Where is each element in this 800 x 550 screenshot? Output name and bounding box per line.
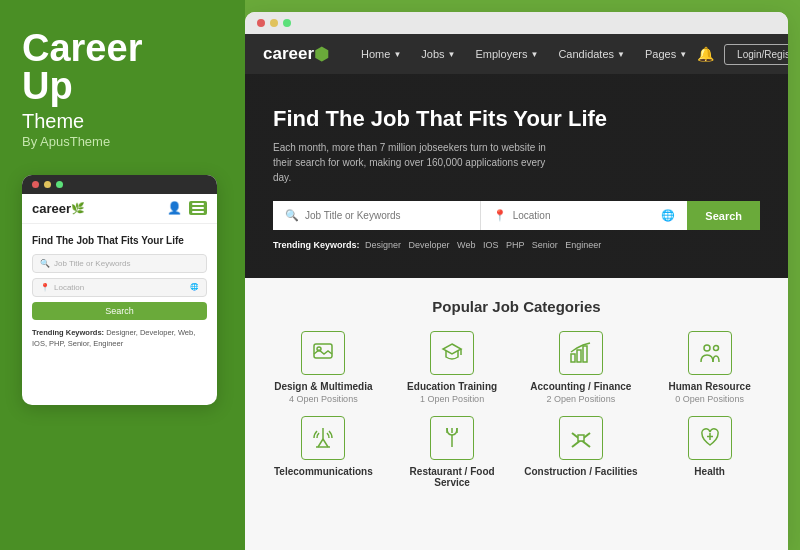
nav-pages[interactable]: Pages ▼: [635, 34, 697, 74]
left-by: By ApusTheme: [22, 134, 223, 149]
site-nav-links: Home ▼ Jobs ▼ Employers ▼ Candidates ▼ P…: [351, 34, 697, 74]
design-name: Design & Multimedia: [274, 381, 372, 392]
mockup-content: Find The Job That Fits Your Life 🔍 Job T…: [22, 224, 217, 358]
left-logo-theme: Theme: [22, 108, 223, 134]
mockup-search-button[interactable]: Search: [32, 302, 207, 320]
home-caret-icon: ▼: [393, 50, 401, 59]
design-icon: [301, 331, 345, 375]
svg-line-11: [323, 439, 328, 447]
education-name: Education Training: [407, 381, 497, 392]
nav-candidates[interactable]: Candidates ▼: [548, 34, 635, 74]
hero-title: Find The Job That Fits Your Life: [273, 106, 760, 132]
category-design[interactable]: Design & Multimedia 4 Open Positions: [263, 331, 384, 404]
svg-point-8: [713, 346, 718, 351]
browser-window: career ⬢ Home ▼ Jobs ▼ Employers ▼ Candi…: [245, 12, 788, 550]
category-accounting[interactable]: Accounting / Finance 2 Open Positions: [521, 331, 642, 404]
mockup-logo: career 🌿: [32, 201, 85, 216]
svg-line-10: [318, 439, 323, 447]
hr-count: 0 Open Positions: [675, 394, 744, 404]
food-name: Restaurant / Food Service: [392, 466, 513, 488]
pages-caret-icon: ▼: [679, 50, 687, 59]
dot-green: [56, 181, 63, 188]
browser-topbar: [245, 12, 788, 34]
health-icon: [688, 416, 732, 460]
jobs-caret-icon: ▼: [448, 50, 456, 59]
trending-items: Designer Developer Web IOS PHP Senior En…: [365, 240, 601, 250]
category-telecom[interactable]: Telecommunications: [263, 416, 384, 490]
location-pin-icon: 📍: [493, 209, 507, 222]
hero-search-button[interactable]: Search: [687, 201, 760, 230]
mockup-location-placeholder: Location: [54, 283, 84, 292]
mockup-topbar: [22, 175, 217, 194]
site-logo-leaf-icon: ⬢: [314, 44, 329, 65]
nav-home[interactable]: Home ▼: [351, 34, 411, 74]
accounting-count: 2 Open Positions: [547, 394, 616, 404]
design-count: 4 Open Positions: [289, 394, 358, 404]
category-health[interactable]: Health: [649, 416, 770, 490]
svg-rect-19: [578, 435, 584, 441]
location-gps-icon: 🌐: [190, 283, 199, 291]
accounting-name: Accounting / Finance: [530, 381, 631, 392]
construction-icon: [559, 416, 603, 460]
mockup-trending: Trending Keywords: Designer, Developer, …: [32, 327, 207, 350]
hero-section: Find The Job That Fits Your Life Each mo…: [245, 74, 788, 278]
browser-dot-yellow: [270, 19, 278, 27]
location-gps-icon: 🌐: [661, 209, 675, 222]
telecom-name: Telecommunications: [274, 466, 373, 477]
telecom-icon: [301, 416, 345, 460]
search-icon: 🔍: [40, 259, 50, 268]
mockup-hero-title: Find The Job That Fits Your Life: [32, 234, 207, 247]
dot-red: [32, 181, 39, 188]
location-icon: 📍: [40, 283, 50, 292]
mockup-search-placeholder: Job Title or Keywords: [54, 259, 130, 268]
login-register-button[interactable]: Login/Register: [724, 44, 788, 65]
svg-rect-6: [583, 346, 587, 362]
site-logo: career ⬢: [263, 44, 329, 65]
mockup-nav: career 🌿 👤: [22, 194, 217, 224]
hero-location-input-wrapper: 📍 🌐: [481, 201, 688, 230]
health-name: Health: [694, 466, 725, 477]
svg-rect-4: [571, 354, 575, 362]
mockup-location-input[interactable]: 📍 Location 🌐: [32, 278, 207, 297]
accounting-icon: [559, 331, 603, 375]
menu-icon: [189, 201, 207, 215]
svg-point-7: [704, 345, 710, 351]
user-icon: 👤: [167, 201, 182, 215]
left-logo-up: Up: [22, 66, 223, 108]
hero-trending: Trending Keywords: Designer Developer We…: [273, 240, 760, 250]
mockup-search-input[interactable]: 🔍 Job Title or Keywords: [32, 254, 207, 273]
nav-jobs[interactable]: Jobs ▼: [411, 34, 465, 74]
hero-location-input[interactable]: [513, 210, 656, 221]
browser-dot-green: [283, 19, 291, 27]
hr-icon: [688, 331, 732, 375]
category-education[interactable]: Education Training 1 Open Position: [392, 331, 513, 404]
mockup-logo-text: career: [32, 201, 71, 216]
nav-employers[interactable]: Employers ▼: [466, 34, 549, 74]
dot-yellow: [44, 181, 51, 188]
hero-keyword-input[interactable]: [305, 210, 468, 221]
svg-rect-5: [577, 350, 581, 362]
site-logo-text: career: [263, 44, 314, 64]
categories-title: Popular Job Categories: [263, 298, 770, 315]
trending-label: Trending Keywords:: [273, 240, 360, 250]
left-logo-career: Career: [22, 28, 223, 70]
hero-search-bar: 🔍 📍 🌐 Search: [273, 201, 760, 230]
mobile-mockup: career 🌿 👤 Find The Job That Fits Your L…: [22, 175, 217, 405]
categories-grid: Design & Multimedia 4 Open Positions Edu…: [263, 331, 770, 490]
construction-name: Construction / Facilities: [524, 466, 637, 477]
categories-section: Popular Job Categories Design & Multimed…: [245, 278, 788, 550]
candidates-caret-icon: ▼: [617, 50, 625, 59]
browser-dot-red: [257, 19, 265, 27]
site-nav: career ⬢ Home ▼ Jobs ▼ Employers ▼ Candi…: [245, 34, 788, 74]
bell-icon[interactable]: 🔔: [697, 46, 714, 62]
category-food[interactable]: Restaurant / Food Service: [392, 416, 513, 490]
food-icon: [430, 416, 474, 460]
hero-keyword-input-wrapper: 🔍: [273, 201, 480, 230]
employers-caret-icon: ▼: [530, 50, 538, 59]
hr-name: Human Resource: [669, 381, 751, 392]
category-hr[interactable]: Human Resource 0 Open Positions: [649, 331, 770, 404]
left-panel: Career Up Theme By ApusTheme career 🌿 👤 …: [0, 0, 245, 550]
browser-content: career ⬢ Home ▼ Jobs ▼ Employers ▼ Candi…: [245, 34, 788, 550]
category-construction[interactable]: Construction / Facilities: [521, 416, 642, 490]
mockup-logo-leaf-icon: 🌿: [71, 202, 85, 215]
